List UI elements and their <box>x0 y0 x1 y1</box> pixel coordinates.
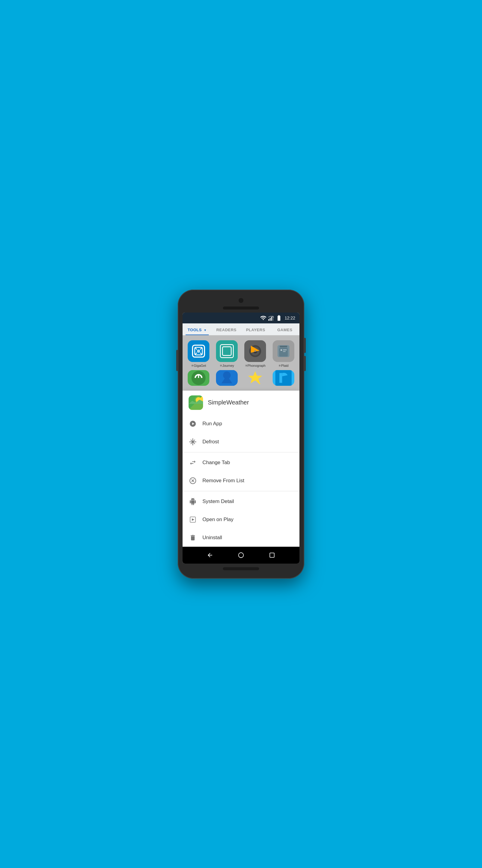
dropdown-arrow: ▼ <box>203 329 207 332</box>
app-star[interactable] <box>242 370 268 386</box>
svg-rect-31 <box>275 370 292 386</box>
plaid-icon <box>272 340 294 362</box>
volume-up-button[interactable] <box>304 338 306 353</box>
app-journey[interactable]: ✳Journey <box>214 340 240 368</box>
svg-line-7 <box>195 348 197 349</box>
home-button[interactable] <box>235 549 247 561</box>
svg-rect-20 <box>279 348 288 356</box>
svg-point-41 <box>193 444 193 445</box>
svg-point-40 <box>193 438 193 439</box>
menu-change-tab[interactable]: Change Tab <box>183 454 299 472</box>
gigaget-label: ✳GigaGet <box>191 364 206 368</box>
speaker-top <box>223 307 259 310</box>
menu-run-app[interactable]: Run App <box>183 415 299 433</box>
svg-marker-48 <box>192 518 194 521</box>
trash-icon <box>189 533 197 542</box>
back-button[interactable] <box>204 549 216 561</box>
plaid-label: ✳Plaid <box>278 364 288 368</box>
app-mountain[interactable] <box>214 370 240 386</box>
system-detail-label: System Detail <box>202 498 234 504</box>
status-bar: 12:22 <box>183 313 299 323</box>
phone-device: 12:22 TOOLS ▼ READERS PLAYERS GAMES <box>178 290 304 579</box>
star-icon <box>244 370 266 386</box>
run-app-label: Run App <box>202 421 222 427</box>
divider-2 <box>183 491 299 491</box>
svg-point-21 <box>281 349 282 350</box>
svg-rect-23 <box>283 351 286 352</box>
status-time: 12:22 <box>285 315 295 320</box>
battery-icon <box>276 315 282 321</box>
divider-1 <box>183 452 299 453</box>
phonograph-label: ✳Phonograph <box>245 364 266 368</box>
phonograph-icon <box>244 340 266 362</box>
svg-rect-22 <box>283 349 287 350</box>
tab-games[interactable]: GAMES <box>270 323 299 335</box>
arrows-icon <box>189 458 197 467</box>
status-icons: 12:22 <box>260 315 295 321</box>
svg-rect-3 <box>272 315 274 321</box>
tab-readers[interactable]: READERS <box>212 323 241 335</box>
open-on-play-label: Open on Play <box>202 517 233 523</box>
power-button[interactable] <box>176 350 178 371</box>
circle-x-icon <box>189 476 197 485</box>
app-gigaget[interactable]: ✳GigaGet <box>186 340 212 368</box>
tab-tools[interactable]: TOOLS ▼ <box>183 323 212 335</box>
svg-point-17 <box>254 350 256 352</box>
context-menu-header: SimpleWeather <box>183 391 299 415</box>
svg-rect-2 <box>271 317 272 321</box>
menu-defrost[interactable]: Defrost <box>183 433 299 451</box>
menu-system-detail[interactable]: System Detail <box>183 493 299 510</box>
svg-line-8 <box>200 348 201 349</box>
remove-from-list-label: Remove From List <box>202 478 244 484</box>
svg-point-6 <box>197 349 200 352</box>
defrost-label: Defrost <box>202 439 219 445</box>
mountain-icon <box>216 370 238 386</box>
app-bluemusic[interactable] <box>270 370 296 386</box>
app-grid: ✳GigaGet ✳Journey <box>183 336 299 391</box>
svg-line-9 <box>195 352 197 354</box>
play-icon <box>189 420 197 428</box>
context-menu: SimpleWeather Run App <box>183 391 299 547</box>
tab-bar: TOOLS ▼ READERS PLAYERS GAMES <box>183 323 299 336</box>
app-phonograph[interactable]: ✳Phonograph <box>242 340 268 368</box>
svg-line-10 <box>200 352 201 354</box>
simple-weather-app-icon <box>189 396 203 410</box>
gigaget-icon <box>188 340 210 362</box>
bluemusic-icon <box>272 370 294 386</box>
snowflake-icon <box>189 438 197 446</box>
svg-rect-0 <box>268 319 269 321</box>
wifi-icon <box>260 315 267 321</box>
play-store-icon <box>189 516 197 524</box>
speaker-bottom <box>223 567 259 570</box>
tab-players[interactable]: PLAYERS <box>241 323 270 335</box>
svg-marker-29 <box>248 371 262 383</box>
app-dash[interactable] <box>186 370 212 386</box>
context-app-name: SimpleWeather <box>208 399 249 406</box>
signal-icon <box>268 315 275 321</box>
svg-point-43 <box>195 441 196 442</box>
svg-point-49 <box>238 553 244 558</box>
volume-down-button[interactable] <box>304 356 306 371</box>
dash-icon <box>188 370 210 386</box>
journey-icon <box>216 340 238 362</box>
phone-screen: 12:22 TOOLS ▼ READERS PLAYERS GAMES <box>183 313 299 564</box>
svg-point-42 <box>190 441 190 442</box>
navigation-bar <box>183 547 299 564</box>
recents-button[interactable] <box>266 549 278 561</box>
svg-rect-19 <box>280 346 287 347</box>
svg-rect-12 <box>223 347 231 355</box>
app-plaid[interactable]: ✳Plaid <box>270 340 296 368</box>
svg-rect-1 <box>269 318 270 321</box>
change-tab-label: Change Tab <box>202 460 230 466</box>
svg-rect-50 <box>269 553 274 557</box>
front-camera <box>238 298 244 303</box>
uninstall-label: Uninstall <box>202 535 222 541</box>
menu-open-on-play[interactable]: Open on Play <box>183 510 299 529</box>
menu-remove-from-list[interactable]: Remove From List <box>183 472 299 490</box>
menu-uninstall[interactable]: Uninstall <box>183 529 299 547</box>
svg-marker-33 <box>189 400 203 404</box>
android-icon <box>189 497 197 506</box>
journey-label: ✳Journey <box>220 364 234 368</box>
